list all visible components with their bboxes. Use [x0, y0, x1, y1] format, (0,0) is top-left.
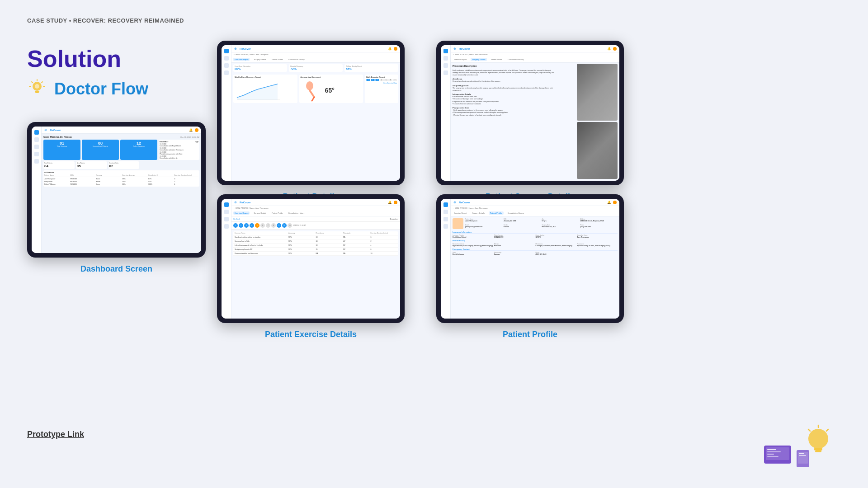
pd-sidebar-home [224, 49, 229, 53]
calendar-event-2-text: Consultation with Jane Thompson [160, 149, 198, 151]
ex-table-header: Exercise Name Accuracy Repetitions Flex … [233, 231, 398, 235]
all-patients-label: All Patients [44, 171, 198, 174]
pd-sidebar-3 [224, 63, 229, 68]
sd-content: ← MRN: PT56789 | Name: Jane Thompson Exe… [451, 52, 619, 181]
cal-5: 5 [384, 79, 388, 81]
date-circle-5: 5 [255, 223, 259, 228]
col-accuracy: Exercise Accuracy [123, 174, 147, 176]
cell-duration-2: 2 [175, 181, 199, 183]
sd-tab-profile: Patient Profile [490, 58, 504, 61]
pp-avatar [613, 201, 617, 204]
surgical-approach-text: The surgery was performed using [specifi… [453, 87, 557, 92]
ex-cell-name-1: Standing to sitting, sitting to standing [235, 236, 288, 238]
ex-cell-acc-2: 90% [288, 240, 315, 242]
cal-4: 4 [380, 79, 384, 81]
app-logo: ReCover [50, 129, 61, 131]
pd-metric-recovery-val: 72% [290, 67, 341, 70]
xray-image-2 [577, 122, 618, 179]
pp-sidebar-home [443, 202, 448, 207]
pd-tab-profile: Patient Profile [270, 58, 284, 61]
ex-tab-history: Consultation History [287, 211, 306, 215]
stat-sessions-label: Total Sessions [45, 145, 79, 147]
page-title: Solution [27, 45, 121, 72]
cal-1: 1 [366, 79, 370, 81]
postop-item-3: • Physical therapy was initiated to faci… [453, 114, 557, 117]
pp-medications-val: Lisinopril, Albuterol, Pain Reliever, Kn… [536, 245, 576, 247]
procedure-desc-title: Procedure Description [453, 65, 557, 68]
pd-topbar: ⊕ ReCover 🔔 [231, 45, 400, 52]
ex-cell-name-4: Straightening knee to 90° [235, 249, 288, 250]
stat-uncompleted-label: Uncompleted Patients [83, 145, 118, 147]
go-back-btn[interactable]: Go Back [233, 218, 240, 220]
pd-topbar-right: 🔔 [388, 47, 397, 51]
sd-avatar [613, 47, 617, 51]
pd-metric-heartbeat: Heart Beat Calculation 80% [233, 64, 287, 72]
ex-col-accuracy: Accuracy [288, 232, 315, 234]
stat2-total-patients: Total Patients 84 [43, 161, 75, 169]
pp-ins-provider: Insurance Provider HealthCare United [453, 235, 493, 238]
ex-cell-reps-3: 10 [316, 244, 343, 246]
pp-val-gender: Female [504, 226, 541, 228]
cell-accuracy-1: 96% [123, 178, 147, 180]
patient-details-screen: ⊕ ReCover 🔔 ← MRN: PT56789 | Name: Jane … [222, 45, 400, 181]
ex-cell-dur-3: 4 [371, 244, 397, 246]
avatar [195, 128, 198, 132]
stat-card-uncompleted: 08 Uncompleted Patients [82, 140, 119, 160]
ex-tab-surgery: Surgery Details [252, 211, 267, 215]
svg-line-11 [310, 90, 314, 97]
exercise-details-screen: ⊕ ReCover 🔔 ← MRN: PT56789 | Name: Jane … [222, 199, 400, 319]
surgery-details-screen: ⊕ ReCover 🔔 ← MRN: PT56789 | Name: Jane … [441, 45, 619, 181]
exercise-details-mini-ui: ⊕ ReCover 🔔 ← MRN: PT56789 | Name: Jane … [222, 199, 400, 319]
ex-calendar-month: December [390, 218, 398, 220]
pd-metric-recovery: Hospital Recovery 72% [289, 64, 343, 72]
date-circle-2: 2 [239, 223, 243, 228]
cell-completion-1: 87% [148, 178, 173, 180]
greeting-text: Good Morning, Dr. Nicolas [43, 136, 72, 138]
svg-rect-24 [767, 456, 778, 457]
ex-row-3: Lifting thigh upwards in front of the bo… [233, 244, 398, 248]
pp-ins-policy: Policy Number HC12345789 [494, 235, 535, 238]
dashboard-topbar: ⊕ ReCover 🔔 [42, 127, 201, 134]
pd-tab-history: Consultation History [287, 58, 306, 61]
ex-cell-flex-2: 45° [343, 240, 370, 242]
pp-emergency-phone: Phone (555) 987-6543 [536, 252, 576, 255]
leg-movement-content: 65° [301, 79, 362, 102]
svg-rect-21 [767, 449, 776, 450]
table-row: Robert Williams PZ32106 Knee 89% 100% 4 [44, 183, 198, 186]
sd-body: Procedure Description Emily underwent a … [451, 63, 619, 118]
stat-sessions-value: 01 [45, 141, 79, 145]
bell-icon: 🔔 [189, 128, 193, 132]
cell-mrn-1: PT56789 [71, 178, 95, 180]
ex-avatar [394, 201, 397, 204]
sd-topbar: ⊕ ReCover 🔔 [451, 45, 619, 52]
pp-val-age: 67 yrs [542, 220, 580, 222]
ex-breadcrumb-bar: ← MRN: PT56789 | Name: Jane Thompson [231, 206, 400, 210]
view-exercise-link[interactable]: View Exercise Data [366, 82, 397, 84]
tablet-dashboard: ⊕ ReCover 🔔 Good Morning, Dr. Nicolas [27, 122, 206, 258]
ex-mrn: MRN: PT56789 [236, 207, 248, 209]
stat-online-value: 12 [122, 141, 156, 145]
angle-display: 65° [325, 87, 335, 94]
date-circle-7: 7 [266, 223, 270, 228]
tablet-surgery-details: ⊕ ReCover 🔔 ← MRN: PT56789 | Name: Jane … [436, 41, 624, 185]
calendar-month: December [160, 141, 168, 143]
ex-cell-flex-5: NA [343, 253, 370, 254]
pd-name: Name: Jane Thompson [250, 53, 269, 56]
tablet-patient-details: ⊕ ReCover 🔔 ← MRN: PT56789 | Name: Jane … [217, 41, 405, 185]
svg-rect-15 [815, 450, 821, 452]
calendar-widget: December ◁ ▷ 10:00 AM Consultation with … [159, 140, 199, 160]
pp-ins-group-val: GR878 [536, 236, 576, 238]
pp-breadcrumb-bar: ← MRN: PT56789 | Name: Jane Thompson [451, 206, 619, 210]
stat-online-label: Online Sessions [122, 145, 156, 147]
sd-xray-panel [577, 64, 618, 179]
svg-line-12 [312, 97, 314, 101]
ex-cell-dur-2: 2 [371, 240, 397, 242]
pp-emergency-grid: Name David Johnson Relationship Spouse P… [453, 252, 618, 255]
prototype-link[interactable]: Prototype Link [27, 430, 84, 439]
sd-topbar-right: 🔔 [607, 47, 617, 51]
sd-breadcrumb-bar: ← MRN: PT56789 | Name: Jane Thompson [451, 52, 619, 56]
tablet-exercise-details: ⊕ ReCover 🔔 ← MRN: PT56789 | Name: Jane … [217, 194, 405, 323]
sd-tab-history: Consultation History [506, 58, 525, 61]
sidebar-icon-4 [34, 152, 39, 156]
ex-cell-dur-1: 6 [371, 236, 397, 238]
